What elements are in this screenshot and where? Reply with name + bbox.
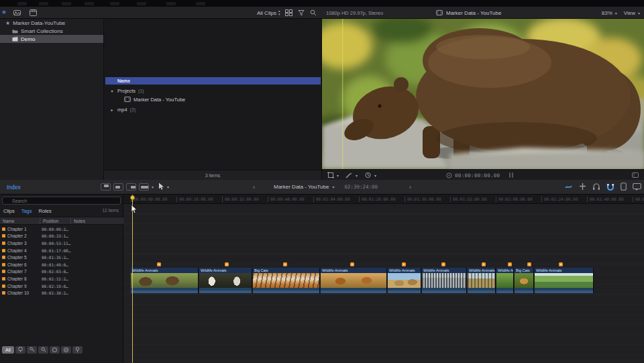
chapter-marker[interactable] [402, 262, 406, 266]
timeline-clip[interactable]: Wildlife Animals [131, 268, 199, 293]
chapter-row[interactable]: Chapter 600:01:49:0… [0, 261, 123, 268]
playhead-pin-icon[interactable] [129, 195, 136, 202]
timeline-clip[interactable]: Wildlife Animals [468, 268, 496, 293]
chapter-row[interactable]: Chapter 900:02:19:0… [0, 282, 123, 290]
timeline-clip[interactable]: Big Cats [253, 268, 320, 293]
timeline-ruler[interactable]: 00:00:00:00.00 00:00:16:00.00 00:00:32:0… [123, 195, 644, 204]
tab-tags[interactable]: Tags [21, 208, 32, 214]
retime-icon[interactable] [364, 172, 372, 178]
chapter-marker[interactable] [157, 262, 161, 266]
timeline-project-title[interactable]: Marker Data - YouTube [274, 184, 329, 190]
effects-browser-icon[interactable] [621, 183, 627, 191]
viewer-video-area[interactable] [322, 19, 644, 169]
clip-filter-popup[interactable]: All Clips ▴▾ [257, 9, 280, 16]
chapter-row[interactable]: Chapter 100:00:09:2… [0, 225, 123, 233]
filter-incomplete-todo-button[interactable] [50, 346, 60, 354]
sidebar-item-smart-collections[interactable]: Smart Collections [0, 27, 103, 35]
chapter-row[interactable]: Chapter 700:02:03:0… [0, 268, 123, 276]
next-project-chevron[interactable]: › [409, 184, 411, 191]
chapter-marker[interactable] [283, 262, 287, 266]
index-search-input[interactable] [2, 197, 121, 205]
disclosure-right-icon[interactable]: ▸ [109, 107, 115, 112]
chapter-marker[interactable] [508, 262, 512, 266]
clip-name: Big Cats [253, 268, 319, 273]
updown-chevron-icon: ▴▾ [278, 9, 280, 16]
timeline-clip[interactable]: Wildlife Animals [388, 268, 421, 293]
chapter-row[interactable]: Chapter 400:01:17:08… [0, 247, 123, 254]
photos-audio-icon[interactable] [13, 9, 21, 16]
transitions-browser-icon[interactable] [633, 183, 641, 191]
index-items-count: 12 items [102, 208, 119, 213]
viewer-timecode: 00:00:00:00.00 [455, 172, 500, 178]
browser-row-project-marker-data[interactable]: Marker Data - YouTube [105, 95, 321, 103]
filter-icon[interactable] [298, 9, 305, 16]
browser-panel: Name ▾ Projects (1) Marker Data - YouTub… [104, 19, 322, 170]
column-header-name[interactable]: Name [0, 217, 40, 224]
chapter-row[interactable]: Chapter 1000:02:30:2… [0, 289, 123, 297]
filter-all-button[interactable]: All [2, 346, 14, 354]
tab-roles[interactable]: Roles [39, 208, 52, 214]
column-header-position[interactable]: Position [40, 217, 71, 224]
insert-edit-icon[interactable] [113, 183, 123, 191]
chapter-row[interactable]: Chapter 300:00:53:11… [0, 240, 123, 247]
chapter-marker[interactable] [527, 262, 531, 266]
filter-markers-button[interactable] [15, 346, 25, 354]
menu-item-smudge [196, 2, 205, 5]
previous-project-chevron[interactable]: ‹ [253, 184, 255, 191]
timeline-clip[interactable]: Wildlife Animals [422, 268, 467, 293]
chapter-row[interactable]: Chapter 200:00:33:1… [0, 233, 123, 240]
titles-generators-icon[interactable] [30, 9, 37, 16]
chapter-marker-icon [2, 234, 5, 238]
filter-keywords-button[interactable] [27, 346, 37, 354]
chapter-marker[interactable] [441, 262, 445, 266]
browser-row-projects[interactable]: ▾ Projects (1) [105, 87, 321, 95]
viewer-options-icon[interactable] [632, 172, 639, 178]
timeline-area[interactable]: 00:00:00:00.00 00:00:16:00.00 00:00:32:0… [123, 195, 644, 363]
search-icon[interactable] [310, 9, 317, 16]
audio-meters-icon[interactable] [508, 172, 513, 178]
sidebar-item-library[interactable]: ★ Marker Data-YouTube [0, 19, 103, 27]
sidebar-item-demo[interactable]: Demo [0, 35, 103, 43]
libraries-star-icon[interactable]: ★ [1, 9, 7, 15]
zoom-level-popup[interactable]: 83% [602, 10, 612, 16]
audio-skimming-icon[interactable] [579, 183, 586, 191]
index-button[interactable]: Index [7, 184, 21, 191]
solo-headphones-icon[interactable] [592, 183, 600, 191]
chapter-marker[interactable] [482, 262, 486, 266]
disclosure-down-icon[interactable]: ▾ [109, 89, 115, 93]
chapter-marker[interactable] [225, 262, 229, 266]
chapter-row[interactable]: Chapter 800:02:12:2… [0, 275, 123, 282]
column-header-notes[interactable]: Notes [71, 217, 122, 224]
chevron-down-icon: ▾ [374, 173, 376, 178]
viewer-title-group: Marker Data - YouTube [436, 7, 501, 19]
append-edit-icon[interactable] [126, 183, 136, 191]
skimming-icon[interactable] [564, 183, 573, 191]
chapter-marker[interactable] [350, 262, 354, 266]
filter-complete-todo-button[interactable] [61, 346, 71, 354]
browser-row-mp4[interactable]: ▸ mp4 (2) [105, 105, 321, 113]
playhead-line[interactable] [132, 195, 133, 363]
chapter-marker-icon [2, 277, 5, 280]
effects-wand-icon[interactable] [345, 172, 353, 178]
timeline-clip[interactable]: Wildlife Animals [199, 268, 252, 293]
filter-chapter-markers-button[interactable] [72, 346, 83, 354]
filter-analysis-button[interactable] [38, 346, 48, 354]
timeline-clip[interactable]: Big Cats [515, 268, 534, 293]
timeline-clip[interactable]: Wildlife Animals [535, 268, 594, 293]
top-header-bar: ★ All Clips ▴▾ 1080p HD 29.97p, Stereo [0, 7, 644, 19]
crop-tool-icon[interactable] [327, 172, 334, 178]
browser-name-column-header[interactable]: Name [105, 77, 321, 85]
clip-appearance-icon[interactable] [285, 9, 292, 16]
view-popup[interactable]: View [624, 10, 635, 16]
timeline-clip[interactable]: Wildlife Animals [496, 268, 514, 293]
timeline-clip[interactable]: Wildlife Animals [321, 268, 387, 293]
tool-selector[interactable]: ▾ [158, 183, 169, 191]
tab-clips[interactable]: Clips [3, 208, 15, 214]
connect-edit-icon[interactable] [101, 183, 111, 191]
chapter-marker[interactable] [559, 262, 563, 266]
snapping-magnet-icon[interactable] [606, 183, 614, 191]
chapter-position: 00:01:17:08… [42, 248, 71, 253]
overwrite-edit-icon[interactable] [139, 183, 149, 191]
chapter-row[interactable]: Chapter 500:01:35:2… [0, 254, 123, 261]
menu-item-smudge [137, 2, 146, 5]
